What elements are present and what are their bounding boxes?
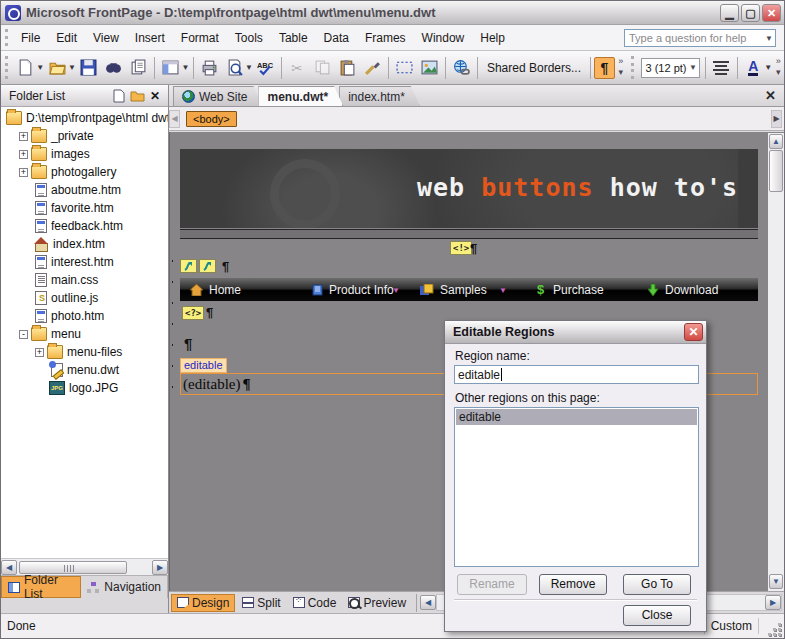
tree-item-favorite-htm[interactable]: favorite.htm [1,199,168,217]
tree-item-aboutme-htm[interactable]: aboutme.htm [1,181,168,199]
nav-download[interactable]: Download [647,278,718,301]
tree-item-photo-htm[interactable]: photo.htm [1,307,168,325]
insert-hyperlink-button[interactable] [450,56,473,80]
tab-split-view[interactable]: Split [237,594,285,612]
save-button[interactable] [77,56,100,80]
goto-button[interactable]: Go To [623,574,691,595]
tab-design-view[interactable]: Design [171,594,235,612]
comment-webbot-icon[interactable]: <!> [450,241,472,255]
close-button[interactable]: ✕ [762,4,781,22]
menu-view[interactable]: View [85,27,127,49]
insert-picture-button[interactable] [418,56,441,80]
menu-frames[interactable]: Frames [357,27,414,49]
menu-file[interactable]: File [13,27,48,49]
print-button[interactable] [198,56,221,80]
nav-dropdown-icon[interactable]: ▼ [392,286,400,295]
quicktag-scroll-left-icon[interactable]: ◀ [169,110,180,128]
format-painter-button[interactable] [361,56,384,80]
tree-item-images[interactable]: +images [1,145,168,163]
toggle-pane-button[interactable] [159,56,182,80]
tab-preview-view[interactable]: Preview [343,594,411,612]
drawing-canvas-button[interactable] [393,56,416,80]
script-webbot-icons[interactable] [180,259,216,273]
expand-icon[interactable]: + [19,150,28,159]
rename-button[interactable]: Rename [457,574,527,595]
nav-samples[interactable]: Samples [420,278,487,301]
expand-icon[interactable]: + [35,348,44,357]
open-file-dropdown[interactable]: ▼ [68,63,77,72]
nav-dropdown-icon[interactable]: ▼ [499,286,507,295]
scroll-right-icon[interactable]: ▶ [152,560,168,575]
menu-insert[interactable]: Insert [127,27,173,49]
body-tag-chip[interactable]: <body> [186,111,237,127]
collapse-icon[interactable]: - [19,330,28,339]
dialog-title-bar[interactable]: Editable Regions ✕ [445,321,706,344]
design-vscrollbar[interactable]: ▲ ▼ [768,133,784,591]
tree-item-photogallery[interactable]: +photogallery [1,163,168,181]
print-preview-button[interactable] [223,56,246,80]
toggle-pane-dropdown[interactable]: ▼ [181,63,190,72]
help-question-box[interactable]: Type a question for help ▼ [624,29,776,47]
tree-item-logo-jpg[interactable]: logo.JPG [1,379,168,397]
maximize-button[interactable]: ▢ [741,4,760,22]
scroll-up-icon[interactable]: ▲ [769,134,783,149]
close-panel-icon[interactable]: ✕ [146,88,164,104]
chevron-down-icon[interactable]: ▼ [687,59,699,77]
scrollbar-thumb[interactable] [19,561,127,574]
hscroll-left-icon[interactable]: ◀ [420,595,436,610]
tree-item-menu-dwt[interactable]: menu.dwt [1,361,168,379]
regions-listbox[interactable]: editable [454,407,699,567]
open-file-button[interactable] [46,56,69,80]
tab-navigation[interactable]: Navigation [81,576,168,598]
find-button[interactable] [102,56,125,80]
editable-region-label[interactable]: editable [180,358,227,373]
tree-item-main-css[interactable]: main.css [1,271,168,289]
chevron-down-icon[interactable]: ▼ [763,30,775,46]
scroll-down-icon[interactable]: ▼ [769,574,783,589]
tab-code-view[interactable]: Code [288,594,342,612]
tree-item-menu[interactable]: -menu [1,325,168,343]
title-bar[interactable]: Microsoft FrontPage - D:\temp\frontpage\… [1,1,784,25]
menu-format[interactable]: Format [173,27,227,49]
tree-item-feedback-htm[interactable]: feedback.htm [1,217,168,235]
tree-item-index-htm[interactable]: index.htm [1,235,168,253]
scroll-left-icon[interactable]: ◀ [1,560,17,575]
formatting-toolbar-grip[interactable] [631,56,635,79]
new-folder-icon[interactable] [128,88,146,104]
tab-menu-dwt[interactable]: menu.dwt* [258,86,343,106]
toolbar-options-chevron[interactable]: »▾ [772,56,783,80]
copy-button[interactable] [311,56,334,80]
font-color-dropdown[interactable]: ▼ [764,63,773,72]
menu-window[interactable]: Window [414,27,473,49]
menu-tools[interactable]: Tools [227,27,271,49]
dialog-close-button[interactable]: Close [623,605,691,626]
menu-edit[interactable]: Edit [48,27,85,49]
script-webbot-icon[interactable] [180,259,197,273]
tab-index-htm[interactable]: index.htm* [339,86,420,106]
script-webbot-icon[interactable] [199,259,216,273]
hscroll-right-icon[interactable]: ▶ [765,595,781,610]
new-page-dropdown[interactable]: ▼ [36,63,45,72]
paste-button[interactable] [336,56,359,80]
quicktag-scroll-right-icon[interactable]: ▶ [771,110,782,128]
font-color-button[interactable]: A [742,56,765,80]
cut-button[interactable]: ✂ [286,56,309,80]
dialog-close-icon[interactable]: ✕ [684,323,703,341]
expand-icon[interactable]: + [19,132,28,141]
shared-borders-button[interactable]: Shared Borders... [481,58,587,78]
tab-folder-list[interactable]: Folder List [1,576,81,598]
remove-button[interactable]: Remove [539,574,607,595]
tree-item-interest-htm[interactable]: interest.htm [1,253,168,271]
editable-region-text[interactable]: (editable) [181,376,240,392]
print-preview-dropdown[interactable]: ▼ [245,63,254,72]
minimize-button[interactable]: ▁ [720,4,739,22]
menu-help[interactable]: Help [472,27,513,49]
region-list-item[interactable]: editable [456,409,697,425]
scrollbar-thumb[interactable] [769,150,783,192]
toolbar-grip[interactable] [5,56,9,79]
close-document-icon[interactable]: ✕ [765,88,776,103]
question-webbot-icon[interactable]: <?> [182,306,204,320]
publish-site-button[interactable] [127,56,150,80]
tree-item-menu-files[interactable]: +menu-files [1,343,168,361]
show-formatting-marks-button[interactable]: ¶ [594,57,615,79]
